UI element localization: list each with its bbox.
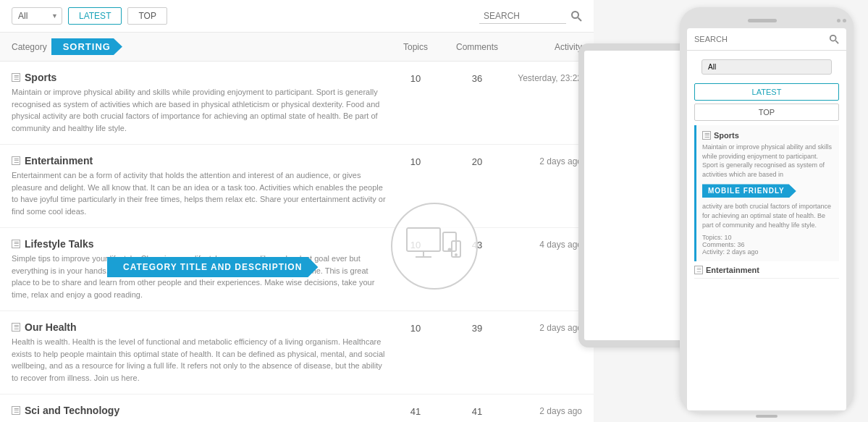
table-row[interactable]: ☰ Sci and Technology Technology is used …	[0, 394, 594, 422]
table-row[interactable]: ☰ Our Health Health is wealth. Health is…	[0, 311, 594, 394]
phone-dot	[843, 19, 846, 22]
svg-rect-2	[407, 228, 440, 251]
mobile-sports-meta: Topics: 10 Comments: 36 Activity: 2 days…	[702, 234, 833, 256]
category-desc: Maintain or improve physical ability and…	[12, 86, 387, 134]
category-name: ☰ Sci and Technology	[12, 405, 387, 416]
mobile-sports-name: ☰ Sports	[702, 131, 833, 140]
table-row[interactable]: ☰ Sports Maintain or improve physical ab…	[0, 62, 594, 145]
svg-point-8	[455, 254, 457, 256]
svg-point-6	[449, 248, 451, 250]
category-info: ☰ Sports Maintain or improve physical ab…	[12, 72, 387, 134]
category-name: ☰ Entertainment	[12, 155, 387, 166]
category-desc: Health is wealth. Health is the level of…	[12, 336, 387, 384]
phone-bottom	[687, 415, 846, 418]
comments-value: 41	[444, 405, 510, 417]
category-icon: ☰	[12, 156, 20, 165]
topics-value: 41	[387, 405, 444, 417]
category-select-wrapper: All	[12, 7, 62, 25]
mobile-category-icon: ☰	[694, 266, 703, 274]
mobile-comments: Comments: 36	[702, 241, 833, 248]
device-icon	[391, 203, 478, 290]
mobile-topics: Topics: 10	[702, 234, 833, 241]
device-mockup: All LATEST TOP ☰ Sports Maintain or impr…	[564, 0, 868, 422]
phone-mockup: All LATEST TOP ☰ Sports Maintain or impr…	[680, 7, 854, 413]
topics-value: 10	[387, 321, 444, 334]
svg-line-10	[835, 41, 838, 43]
category-name: ☰ Our Health	[12, 321, 387, 333]
phone-screen: All LATEST TOP ☰ Sports Maintain or impr…	[687, 28, 846, 410]
category-label: Category	[12, 42, 47, 52]
category-annotation-container: CATEGORY TITLE AND DESCRIPTION	[107, 257, 318, 277]
comments-column-header: Comments	[444, 42, 510, 52]
category-name: ☰ Lifestyle Talks	[12, 238, 387, 250]
comments-value: 20	[444, 155, 510, 167]
category-title-badge: CATEGORY TITLE AND DESCRIPTION	[107, 257, 318, 277]
category-desc: Entertainment can be a form of activity …	[12, 169, 387, 217]
category-info: ☰ Sci and Technology Technology is used …	[12, 405, 387, 422]
table-row[interactable]: ☰ Entertainment Entertainment can be a f…	[0, 145, 594, 228]
mobile-top-button[interactable]: TOP	[694, 104, 839, 121]
mobile-entertainment-name: ☰ Entertainment	[694, 266, 839, 274]
phone-dot	[837, 19, 840, 22]
mobile-category-select[interactable]: All	[701, 59, 832, 75]
category-desc: Technology is used in almost everything …	[12, 419, 387, 422]
category-icon: ☰	[12, 240, 20, 248]
devices-svg	[405, 227, 463, 266]
table-header: Category SORTING Topics Comments Activit…	[0, 33, 594, 62]
topics-column-header: Topics	[387, 42, 444, 52]
mobile-sports-card[interactable]: ☰ Sports Maintain or improve physical ab…	[694, 125, 839, 261]
category-icon: ☰	[12, 406, 20, 415]
mobile-friendly-badge-container: MOBILE FRIENDLY	[702, 183, 833, 198]
mobile-latest-button[interactable]: LATEST	[694, 83, 839, 101]
topics-value: 10	[387, 155, 444, 167]
svg-point-9	[830, 35, 836, 41]
mobile-search-icon	[829, 34, 839, 44]
latest-button[interactable]: LATEST	[68, 7, 122, 25]
mobile-search-bar	[687, 28, 846, 51]
comments-value: 39	[444, 321, 510, 334]
category-column-header: Category SORTING	[12, 38, 387, 55]
category-name: ☰ Sports	[12, 72, 387, 83]
mobile-sports-desc: Maintain or improve physical ability and…	[702, 143, 833, 179]
forum-container: All LATEST TOP Category SORTING Topics C…	[0, 0, 594, 422]
mobile-select-wrapper: All	[694, 55, 839, 79]
category-info: ☰ Our Health Health is wealth. Health is…	[12, 321, 387, 384]
mobile-sports-desc2: activity are both crucial factors of imp…	[702, 202, 833, 229]
topics-value: 10	[387, 72, 444, 84]
mobile-friendly-badge: MOBILE FRIENDLY	[702, 184, 796, 198]
comments-value: 36	[444, 72, 510, 84]
mobile-entertainment-card[interactable]: ☰ Entertainment	[694, 266, 839, 279]
category-info: ☰ Entertainment Entertainment can be a f…	[12, 155, 387, 217]
category-icon: ☰	[12, 73, 20, 82]
sorting-badge: SORTING	[51, 38, 122, 55]
mobile-category-icon: ☰	[702, 131, 711, 140]
mobile-activity: Activity: 2 days ago	[702, 248, 833, 256]
search-input[interactable]	[479, 9, 566, 24]
phone-home-bar	[756, 415, 778, 418]
top-button[interactable]: TOP	[127, 7, 167, 25]
phone-top-elements	[687, 19, 846, 22]
category-icon: ☰	[12, 323, 20, 332]
mobile-search-input[interactable]	[694, 35, 825, 43]
phone-dots	[837, 19, 846, 22]
top-bar: All LATEST TOP	[0, 0, 594, 33]
category-select[interactable]: All	[12, 7, 62, 25]
phone-speaker	[748, 19, 777, 22]
